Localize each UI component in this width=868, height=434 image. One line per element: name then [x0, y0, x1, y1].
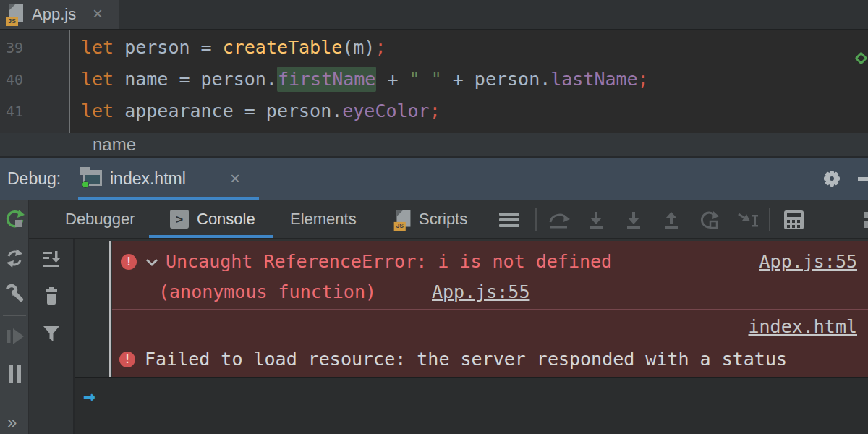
error-icon: !: [121, 254, 137, 270]
step-into-icon[interactable]: [584, 210, 608, 231]
console-tab-icon[interactable]: >: [170, 210, 189, 229]
step-over-icon[interactable]: [547, 210, 571, 231]
live-indicator-dot: [82, 181, 89, 188]
layout-icon[interactable]: [859, 210, 868, 232]
wrench-icon[interactable]: [4, 283, 25, 303]
console-input[interactable]: →: [75, 377, 868, 434]
menu-icon[interactable]: [499, 212, 519, 228]
ide-window: JS App.js × 39 let person = createTable(…: [0, 0, 868, 434]
gear-icon[interactable]: [822, 169, 841, 188]
code-editor[interactable]: 39 let person = createTable(m); 40 let n…: [0, 30, 868, 133]
js-file-icon: JS: [394, 210, 412, 231]
console-row-divider: [112, 309, 868, 310]
close-icon[interactable]: ×: [230, 158, 240, 199]
code-line[interactable]: 41 let appearance = person.eyeColor;: [0, 95, 868, 127]
active-tab-underline: [149, 235, 273, 238]
breadcrumb-bar: name: [0, 133, 868, 156]
console-location-row: index.html: [112, 312, 868, 342]
source-link[interactable]: App.js:55: [760, 247, 857, 277]
evaluate-expression-icon[interactable]: [783, 209, 807, 231]
hide-panel-icon[interactable]: [858, 177, 868, 181]
filter-icon[interactable]: [41, 324, 61, 344]
toolbar-separator: [535, 208, 537, 231]
close-icon[interactable]: ×: [93, 0, 103, 27]
error-icon: !: [119, 352, 135, 367]
editor-tab-bar: JS App.js ×: [0, 0, 868, 30]
debug-label: Debug:: [7, 158, 61, 200]
code-line[interactable]: 40 let name = person.firstName + " " + p…: [0, 64, 868, 95]
console-left-rule: [109, 241, 111, 377]
js-badge: JS: [394, 222, 406, 231]
breadcrumb[interactable]: name: [93, 133, 136, 156]
console-error-row: ! Failed to load resource: the server re…: [112, 344, 868, 375]
scroll-to-end-icon[interactable]: [41, 249, 61, 269]
step-into-selection-icon[interactable]: [736, 210, 760, 231]
debug-header: Debug: index.html ×: [0, 156, 868, 200]
tab-scripts[interactable]: Scripts: [419, 200, 467, 238]
source-link[interactable]: App.js:55: [432, 277, 529, 307]
error-message: Uncaught ReferenceError: i is not define…: [166, 247, 612, 277]
console-stack-row: (anonymous function) App.js:55: [112, 277, 868, 307]
tab-title: App.js: [32, 0, 76, 29]
run-to-cursor-icon[interactable]: [697, 210, 722, 231]
console-tool-column: [29, 239, 75, 434]
prompt-arrow-icon: →: [83, 384, 95, 408]
stack-frame: (anonymous function): [158, 277, 376, 307]
sidebar-divider: [3, 315, 26, 316]
tab-elements[interactable]: Elements: [290, 200, 357, 238]
debug-tab-index-html[interactable]: index.html: [110, 158, 186, 200]
tab-console[interactable]: Console: [197, 200, 255, 238]
highlighted-usage: firstName: [277, 67, 376, 92]
refresh-icon[interactable]: [4, 248, 25, 268]
console-output[interactable]: ! Uncaught ReferenceError: i is not defi…: [75, 239, 868, 377]
line-number[interactable]: 41: [6, 95, 49, 127]
js-file-icon: JS: [6, 4, 25, 26]
chevron-down-icon[interactable]: [145, 258, 158, 267]
code-line[interactable]: 39 let person = createTable(m);: [0, 32, 868, 64]
console-error-row: ! Uncaught ReferenceError: i is not defi…: [112, 247, 868, 277]
step-out-icon[interactable]: [659, 210, 684, 231]
rerun-icon[interactable]: [4, 209, 25, 229]
source-link[interactable]: index.html: [748, 312, 857, 342]
line-number[interactable]: 39: [6, 32, 49, 64]
console-toolbar: Debugger > Console Elements JS Scripts: [29, 200, 868, 239]
resume-icon[interactable]: [4, 326, 25, 346]
clear-console-icon[interactable]: [41, 286, 61, 306]
debug-session-icon: [80, 167, 104, 190]
error-block: ! Uncaught ReferenceError: i is not defi…: [112, 241, 868, 377]
tab-debugger[interactable]: Debugger: [65, 200, 135, 238]
tab-app-js[interactable]: JS App.js ×: [0, 0, 119, 29]
force-step-into-icon[interactable]: [621, 210, 646, 231]
more-icon[interactable]: »: [7, 412, 17, 433]
pause-icon[interactable]: [4, 364, 25, 384]
debug-sidebar: »: [0, 200, 29, 434]
toolbar-separator: [769, 208, 770, 231]
error-message: Failed to load resource: the server resp…: [145, 344, 787, 375]
line-number[interactable]: 40: [6, 64, 49, 95]
js-badge: JS: [6, 17, 18, 26]
